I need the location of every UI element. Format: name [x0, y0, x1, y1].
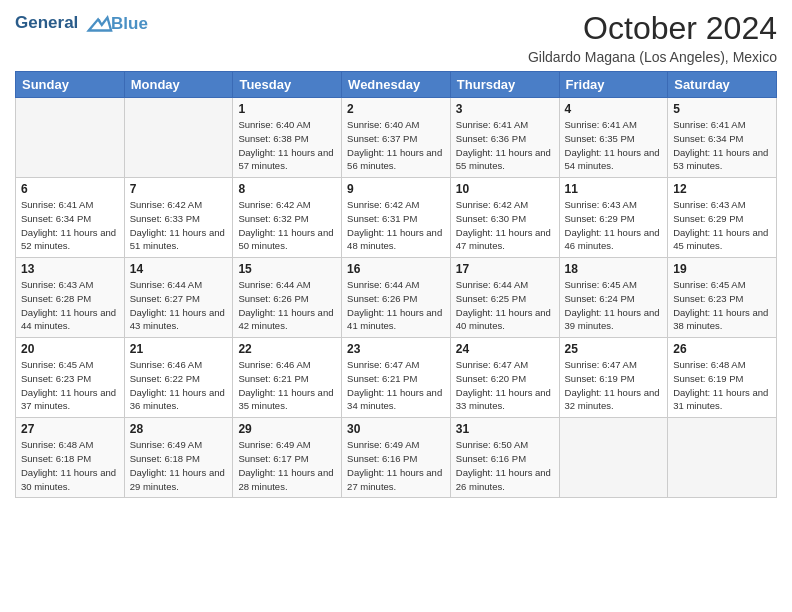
week-row-2: 13Sunrise: 6:43 AMSunset: 6:28 PMDayligh… — [16, 258, 777, 338]
table-row: 10Sunrise: 6:42 AMSunset: 6:30 PMDayligh… — [450, 178, 559, 258]
table-row: 8Sunrise: 6:42 AMSunset: 6:32 PMDaylight… — [233, 178, 342, 258]
day-info: Sunrise: 6:48 AMSunset: 6:19 PMDaylight:… — [673, 358, 771, 413]
table-row: 15Sunrise: 6:44 AMSunset: 6:26 PMDayligh… — [233, 258, 342, 338]
day-number: 11 — [565, 182, 663, 196]
day-number: 25 — [565, 342, 663, 356]
table-row: 4Sunrise: 6:41 AMSunset: 6:35 PMDaylight… — [559, 98, 668, 178]
table-row: 7Sunrise: 6:42 AMSunset: 6:33 PMDaylight… — [124, 178, 233, 258]
day-info: Sunrise: 6:45 AMSunset: 6:23 PMDaylight:… — [21, 358, 119, 413]
table-row: 18Sunrise: 6:45 AMSunset: 6:24 PMDayligh… — [559, 258, 668, 338]
day-info: Sunrise: 6:41 AMSunset: 6:34 PMDaylight:… — [21, 198, 119, 253]
day-number: 2 — [347, 102, 445, 116]
table-row: 1Sunrise: 6:40 AMSunset: 6:38 PMDaylight… — [233, 98, 342, 178]
table-row — [124, 98, 233, 178]
table-row: 9Sunrise: 6:42 AMSunset: 6:31 PMDaylight… — [342, 178, 451, 258]
calendar-body: 1Sunrise: 6:40 AMSunset: 6:38 PMDaylight… — [16, 98, 777, 498]
table-row: 3Sunrise: 6:41 AMSunset: 6:36 PMDaylight… — [450, 98, 559, 178]
day-info: Sunrise: 6:46 AMSunset: 6:21 PMDaylight:… — [238, 358, 336, 413]
day-info: Sunrise: 6:43 AMSunset: 6:29 PMDaylight:… — [673, 198, 771, 253]
day-info: Sunrise: 6:47 AMSunset: 6:20 PMDaylight:… — [456, 358, 554, 413]
table-row: 21Sunrise: 6:46 AMSunset: 6:22 PMDayligh… — [124, 338, 233, 418]
table-row: 16Sunrise: 6:44 AMSunset: 6:26 PMDayligh… — [342, 258, 451, 338]
day-number: 29 — [238, 422, 336, 436]
day-number: 8 — [238, 182, 336, 196]
table-row: 20Sunrise: 6:45 AMSunset: 6:23 PMDayligh… — [16, 338, 125, 418]
table-row: 19Sunrise: 6:45 AMSunset: 6:23 PMDayligh… — [668, 258, 777, 338]
day-info: Sunrise: 6:41 AMSunset: 6:35 PMDaylight:… — [565, 118, 663, 173]
table-row — [668, 418, 777, 498]
day-info: Sunrise: 6:42 AMSunset: 6:31 PMDaylight:… — [347, 198, 445, 253]
day-info: Sunrise: 6:44 AMSunset: 6:25 PMDaylight:… — [456, 278, 554, 333]
day-number: 6 — [21, 182, 119, 196]
day-number: 26 — [673, 342, 771, 356]
day-info: Sunrise: 6:49 AMSunset: 6:16 PMDaylight:… — [347, 438, 445, 493]
day-number: 28 — [130, 422, 228, 436]
day-info: Sunrise: 6:49 AMSunset: 6:17 PMDaylight:… — [238, 438, 336, 493]
day-number: 7 — [130, 182, 228, 196]
table-row: 28Sunrise: 6:49 AMSunset: 6:18 PMDayligh… — [124, 418, 233, 498]
day-info: Sunrise: 6:50 AMSunset: 6:16 PMDaylight:… — [456, 438, 554, 493]
day-info: Sunrise: 6:44 AMSunset: 6:26 PMDaylight:… — [238, 278, 336, 333]
day-info: Sunrise: 6:41 AMSunset: 6:36 PMDaylight:… — [456, 118, 554, 173]
day-info: Sunrise: 6:47 AMSunset: 6:21 PMDaylight:… — [347, 358, 445, 413]
table-row — [559, 418, 668, 498]
table-row: 29Sunrise: 6:49 AMSunset: 6:17 PMDayligh… — [233, 418, 342, 498]
day-info: Sunrise: 6:46 AMSunset: 6:22 PMDaylight:… — [130, 358, 228, 413]
table-row: 25Sunrise: 6:47 AMSunset: 6:19 PMDayligh… — [559, 338, 668, 418]
day-info: Sunrise: 6:47 AMSunset: 6:19 PMDaylight:… — [565, 358, 663, 413]
table-row: 14Sunrise: 6:44 AMSunset: 6:27 PMDayligh… — [124, 258, 233, 338]
day-number: 17 — [456, 262, 554, 276]
header: General Blue October 2024 Gildardo Magan… — [15, 10, 777, 65]
day-info: Sunrise: 6:40 AMSunset: 6:37 PMDaylight:… — [347, 118, 445, 173]
day-number: 10 — [456, 182, 554, 196]
table-row: 11Sunrise: 6:43 AMSunset: 6:29 PMDayligh… — [559, 178, 668, 258]
subtitle: Gildardo Magana (Los Angeles), Mexico — [528, 49, 777, 65]
logo-text: General — [15, 10, 113, 38]
day-info: Sunrise: 6:45 AMSunset: 6:24 PMDaylight:… — [565, 278, 663, 333]
day-number: 31 — [456, 422, 554, 436]
day-number: 15 — [238, 262, 336, 276]
calendar-table: Sunday Monday Tuesday Wednesday Thursday… — [15, 71, 777, 498]
day-info: Sunrise: 6:42 AMSunset: 6:32 PMDaylight:… — [238, 198, 336, 253]
table-row: 24Sunrise: 6:47 AMSunset: 6:20 PMDayligh… — [450, 338, 559, 418]
day-info: Sunrise: 6:49 AMSunset: 6:18 PMDaylight:… — [130, 438, 228, 493]
day-number: 13 — [21, 262, 119, 276]
col-wednesday: Wednesday — [342, 72, 451, 98]
table-row: 22Sunrise: 6:46 AMSunset: 6:21 PMDayligh… — [233, 338, 342, 418]
table-row: 5Sunrise: 6:41 AMSunset: 6:34 PMDaylight… — [668, 98, 777, 178]
col-monday: Monday — [124, 72, 233, 98]
table-row: 27Sunrise: 6:48 AMSunset: 6:18 PMDayligh… — [16, 418, 125, 498]
logo-bird-icon — [85, 10, 113, 38]
week-row-4: 27Sunrise: 6:48 AMSunset: 6:18 PMDayligh… — [16, 418, 777, 498]
day-info: Sunrise: 6:48 AMSunset: 6:18 PMDaylight:… — [21, 438, 119, 493]
day-number: 5 — [673, 102, 771, 116]
day-number: 27 — [21, 422, 119, 436]
day-number: 4 — [565, 102, 663, 116]
day-info: Sunrise: 6:44 AMSunset: 6:26 PMDaylight:… — [347, 278, 445, 333]
day-info: Sunrise: 6:42 AMSunset: 6:33 PMDaylight:… — [130, 198, 228, 253]
table-row: 13Sunrise: 6:43 AMSunset: 6:28 PMDayligh… — [16, 258, 125, 338]
table-row: 6Sunrise: 6:41 AMSunset: 6:34 PMDaylight… — [16, 178, 125, 258]
month-title: October 2024 — [528, 10, 777, 47]
logo-blue: Blue — [111, 14, 148, 34]
day-info: Sunrise: 6:43 AMSunset: 6:28 PMDaylight:… — [21, 278, 119, 333]
day-number: 21 — [130, 342, 228, 356]
day-number: 16 — [347, 262, 445, 276]
day-info: Sunrise: 6:43 AMSunset: 6:29 PMDaylight:… — [565, 198, 663, 253]
logo: General Blue — [15, 10, 148, 38]
table-row: 23Sunrise: 6:47 AMSunset: 6:21 PMDayligh… — [342, 338, 451, 418]
day-info: Sunrise: 6:40 AMSunset: 6:38 PMDaylight:… — [238, 118, 336, 173]
table-row: 31Sunrise: 6:50 AMSunset: 6:16 PMDayligh… — [450, 418, 559, 498]
day-number: 1 — [238, 102, 336, 116]
table-row: 26Sunrise: 6:48 AMSunset: 6:19 PMDayligh… — [668, 338, 777, 418]
table-row: 17Sunrise: 6:44 AMSunset: 6:25 PMDayligh… — [450, 258, 559, 338]
page: General Blue October 2024 Gildardo Magan… — [0, 0, 792, 612]
day-number: 24 — [456, 342, 554, 356]
week-row-0: 1Sunrise: 6:40 AMSunset: 6:38 PMDaylight… — [16, 98, 777, 178]
table-row: 2Sunrise: 6:40 AMSunset: 6:37 PMDaylight… — [342, 98, 451, 178]
title-area: October 2024 Gildardo Magana (Los Angele… — [528, 10, 777, 65]
day-number: 3 — [456, 102, 554, 116]
header-row: Sunday Monday Tuesday Wednesday Thursday… — [16, 72, 777, 98]
table-row: 12Sunrise: 6:43 AMSunset: 6:29 PMDayligh… — [668, 178, 777, 258]
day-number: 20 — [21, 342, 119, 356]
